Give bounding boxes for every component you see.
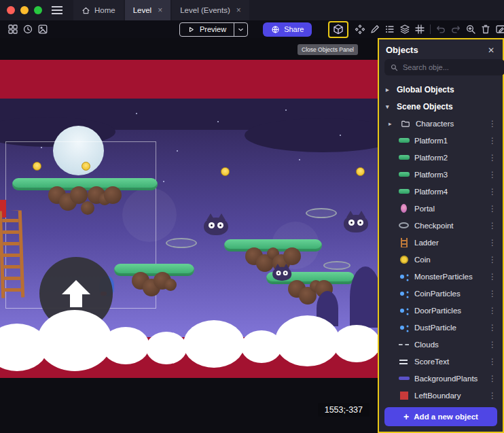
object-name: Clouds	[414, 341, 482, 349]
monster-eye	[357, 220, 363, 226]
object-menu-icon[interactable]: ⋮	[486, 136, 499, 145]
close-icon[interactable]: ✕	[486, 46, 496, 55]
chevron-down-icon	[237, 26, 245, 33]
scene-editor-canvas[interactable]: 1553;-337 Close Objects Panel	[0, 38, 378, 433]
object-menu-icon[interactable]: ⋮	[486, 153, 499, 162]
section-scene-objects[interactable]: ▾ Scene Objects	[379, 98, 503, 115]
chevron-right-icon[interactable]: ▸	[389, 120, 395, 127]
window-close-button[interactable]	[7, 6, 15, 14]
cloud-saucer[interactable]	[323, 261, 350, 270]
object-row-scoretext[interactable]: ScoreText ⋮	[379, 353, 503, 370]
coin-instance[interactable]	[221, 167, 230, 176]
object-row-platform2[interactable]: Platform2 ⋮	[379, 149, 503, 166]
monster-eye	[217, 222, 223, 228]
object-row-characters[interactable]: ▸ Characters ⋮	[379, 115, 503, 132]
object-row-platform3[interactable]: Platform3 ⋮	[379, 166, 503, 183]
object-menu-icon[interactable]: ⋮	[486, 272, 499, 281]
layers-icon[interactable]	[397, 22, 412, 37]
object-row-dustparticle[interactable]: DustParticle ⋮	[379, 319, 503, 336]
object-menu-icon[interactable]: ⋮	[486, 374, 499, 383]
search-input[interactable]	[403, 63, 499, 71]
project-manager-icon[interactable]	[5, 22, 20, 37]
grid-icon[interactable]	[412, 22, 427, 37]
chevron-down-icon[interactable]: ▾	[386, 103, 392, 110]
object-menu-icon[interactable]: ⋮	[486, 340, 499, 349]
object-menu-icon[interactable]: ⋮	[486, 221, 499, 230]
menu-icon[interactable]	[52, 6, 62, 14]
object-menu-icon[interactable]: ⋮	[486, 255, 499, 264]
section-global-objects[interactable]: ▸ Global Objects	[379, 81, 503, 98]
instances-list-icon[interactable]	[382, 22, 397, 37]
tab-level[interactable]: Level ×	[125, 0, 171, 20]
cloud-saucer[interactable]	[306, 208, 337, 218]
cloud-saucer[interactable]	[166, 238, 197, 248]
object-row-leftboundary[interactable]: LeftBoundary ⋮	[379, 387, 503, 404]
object-menu-icon[interactable]: ⋮	[486, 289, 499, 298]
scene-properties-icon[interactable]	[493, 22, 504, 37]
tab-close-icon[interactable]: ×	[236, 5, 241, 15]
platform-instance[interactable]	[12, 178, 158, 215]
share-button[interactable]: Share	[263, 22, 312, 37]
object-search[interactable]	[384, 59, 504, 75]
object-row-ladder[interactable]: Ladder ⋮	[379, 234, 503, 251]
object-row-checkpoint[interactable]: Checkpoint ⋮	[379, 217, 503, 234]
object-menu-icon[interactable]: ⋮	[486, 238, 499, 247]
object-row-coinparticles[interactable]: CoinParticles ⋮	[379, 285, 503, 302]
objects-panel: Objects ✕ ▸ Global Objects ▾	[378, 38, 504, 433]
edit-pencil-icon[interactable]	[367, 22, 382, 37]
object-row-platform1[interactable]: Platform1 ⋮	[379, 132, 503, 149]
object-menu-icon[interactable]: ⋮	[486, 391, 499, 400]
platform-thumbnail	[398, 169, 410, 180]
tab-home[interactable]: Home	[73, 0, 124, 20]
object-menu-icon[interactable]: ⋮	[486, 119, 499, 128]
tooltip: Close Objects Panel	[298, 44, 358, 55]
particles-thumbnail	[398, 322, 410, 333]
object-menu-icon[interactable]: ⋮	[486, 357, 499, 366]
preview-button[interactable]: Preview	[179, 22, 248, 37]
object-groups-icon[interactable]	[353, 22, 367, 37]
window-minimize-button[interactable]	[20, 6, 29, 14]
tab-close-icon[interactable]: ×	[158, 5, 162, 15]
object-row-backgroundplants[interactable]: BackgroundPlants ⋮	[379, 370, 503, 387]
object-menu-icon[interactable]: ⋮	[486, 170, 499, 179]
window-maximize-button[interactable]	[34, 6, 42, 14]
object-name: Platform2	[414, 154, 482, 162]
zoom-in-icon[interactable]	[463, 22, 478, 37]
monster-instance[interactable]	[201, 213, 231, 235]
tab-level-events[interactable]: Level (Events) ×	[172, 0, 249, 20]
ladder-instance[interactable]	[0, 210, 24, 298]
objects-panel-toggle-highlighted[interactable]	[328, 21, 348, 38]
coin-instance[interactable]	[356, 167, 365, 176]
add-new-object-button[interactable]: + Add a new object	[384, 407, 497, 426]
preview-options-button[interactable]	[234, 23, 247, 36]
object-menu-icon[interactable]: ⋮	[486, 323, 499, 332]
object-row-monsterparticles[interactable]: MonsterParticles ⋮	[379, 268, 503, 285]
dirt	[164, 279, 177, 291]
object-row-clouds[interactable]: Clouds ⋮	[379, 336, 503, 353]
history-icon[interactable]	[20, 22, 35, 37]
object-row-coin[interactable]: Coin ⋮	[379, 251, 503, 268]
globe-icon	[271, 25, 280, 34]
text-thumbnail	[398, 356, 410, 367]
trash-icon[interactable]	[478, 22, 493, 37]
dirt	[104, 186, 122, 204]
object-menu-icon[interactable]: ⋮	[486, 204, 499, 213]
chevron-right-icon[interactable]: ▸	[386, 86, 392, 93]
preview-label: Preview	[200, 25, 226, 33]
coin-instance[interactable]	[33, 162, 41, 171]
object-row-portal[interactable]: Portal ⋮	[379, 200, 503, 217]
undo-icon[interactable]	[433, 22, 448, 37]
object-menu-icon[interactable]: ⋮	[486, 187, 499, 196]
monster-eye	[283, 271, 288, 275]
monster-instance[interactable]	[341, 211, 371, 232]
coin-instance[interactable]	[82, 162, 90, 171]
platform-instance[interactable]	[114, 264, 194, 296]
object-menu-icon[interactable]: ⋮	[486, 306, 499, 315]
monster-instance[interactable]	[270, 264, 293, 281]
object-row-platform4[interactable]: Platform4 ⋮	[379, 183, 503, 200]
star	[285, 109, 287, 111]
redo-icon[interactable]	[448, 22, 463, 37]
object-row-doorparticles[interactable]: DoorParticles ⋮	[379, 302, 503, 319]
plants-thumbnail	[398, 373, 410, 384]
image-resources-icon[interactable]	[35, 22, 50, 37]
